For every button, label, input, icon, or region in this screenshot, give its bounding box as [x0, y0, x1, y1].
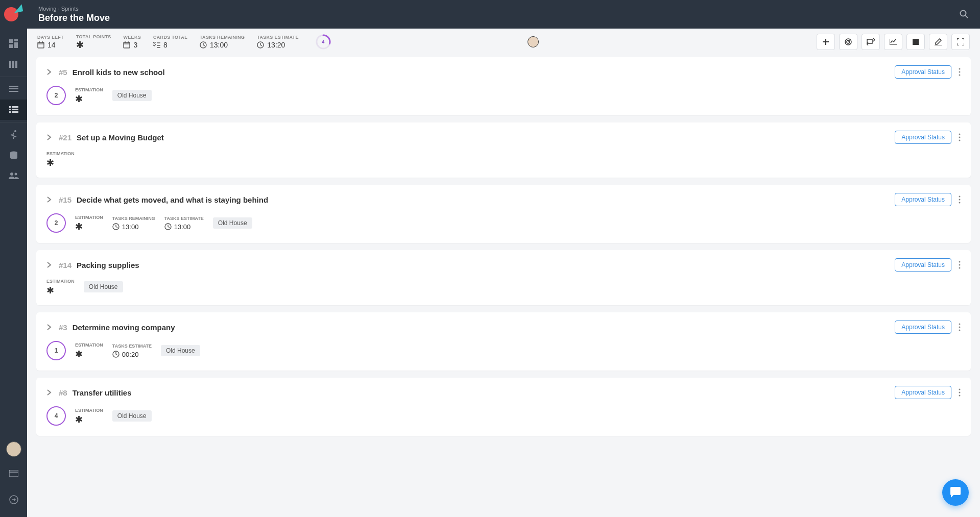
svg-point-61	[959, 392, 961, 393]
user-avatar[interactable]	[6, 441, 21, 457]
list-icon	[9, 106, 18, 113]
nav-team[interactable]	[0, 165, 27, 186]
card-tag[interactable]: Old House	[161, 345, 200, 356]
card-tag[interactable]: Old House	[112, 410, 152, 422]
nav-billing[interactable]	[0, 463, 27, 483]
svg-rect-41	[913, 39, 919, 45]
chat-icon	[949, 487, 962, 498]
expand-toggle[interactable]	[46, 134, 54, 140]
mini-stat-tasks-estimate: TASKS ESTIMATE00:20	[112, 343, 152, 358]
svg-rect-7	[9, 86, 18, 87]
nav-list1[interactable]	[0, 79, 27, 100]
card[interactable]: #15 Decide what gets moved, and what is …	[36, 185, 971, 243]
card[interactable]: #21 Set up a Moving Budget Approval Stat…	[36, 122, 971, 178]
card[interactable]: #3 Determine moving company Approval Sta…	[36, 312, 971, 371]
approval-status-button[interactable]: Approval Status	[895, 131, 951, 144]
svg-rect-2	[14, 42, 18, 48]
mini-stat-estimation: ESTIMATION✱	[75, 408, 103, 424]
mini-stat-estimation: ESTIMATION✱	[75, 342, 103, 359]
svg-rect-21	[9, 472, 18, 473]
svg-point-46	[959, 137, 961, 138]
card[interactable]: #8 Transfer utilities Approval Status 4 …	[36, 378, 971, 436]
card-more-button[interactable]	[959, 261, 961, 269]
nav-data[interactable]	[0, 145, 27, 165]
card-more-button[interactable]	[959, 68, 961, 76]
fullscreen-button[interactable]	[951, 34, 970, 50]
stats-bar: DAYS LEFT 14 TOTAL POINTS ✱ WEEKS 3 CARD…	[27, 29, 980, 55]
svg-point-58	[959, 330, 961, 331]
card-tag[interactable]: Old House	[213, 217, 252, 229]
expand-toggle[interactable]	[46, 196, 54, 203]
approval-status-button[interactable]: Approval Status	[895, 386, 951, 399]
svg-point-55	[959, 267, 961, 269]
card-more-button[interactable]	[959, 133, 961, 141]
loop-button[interactable]	[862, 34, 880, 50]
svg-rect-6	[15, 61, 17, 68]
card-tag[interactable]: Old House	[112, 90, 152, 101]
svg-rect-4	[9, 61, 11, 68]
approval-status-button[interactable]: Approval Status	[895, 193, 951, 206]
nav-board[interactable]	[0, 54, 27, 75]
expand-toggle[interactable]	[46, 262, 54, 268]
svg-rect-15	[12, 111, 18, 113]
asterisk-icon: ✱	[75, 350, 83, 359]
card-tag[interactable]: Old House	[84, 281, 123, 292]
loop-icon	[867, 38, 875, 45]
card-more-button[interactable]	[959, 195, 961, 204]
chart-button[interactable]	[884, 34, 902, 50]
expand-toggle[interactable]	[46, 69, 54, 75]
nav-activity[interactable]	[0, 125, 27, 145]
columns-icon	[9, 60, 18, 69]
svg-rect-14	[9, 111, 11, 113]
card-id: #15	[59, 195, 71, 204]
edit-button[interactable]	[929, 34, 947, 50]
chat-button[interactable]	[942, 479, 969, 506]
nav-dashboard[interactable]	[0, 34, 27, 54]
svg-point-48	[959, 196, 961, 198]
svg-rect-1	[14, 39, 18, 41]
svg-point-57	[959, 327, 961, 328]
database-icon	[10, 151, 18, 159]
clock-icon	[200, 41, 207, 48]
nav-list2[interactable]	[0, 100, 27, 120]
expand-toggle[interactable]	[46, 324, 54, 330]
card-id: #5	[59, 68, 67, 77]
chart-icon	[890, 39, 897, 45]
card-title: Transfer utilities	[73, 388, 132, 397]
card-more-button[interactable]	[959, 323, 961, 331]
approval-status-button[interactable]: Approval Status	[895, 65, 951, 79]
approval-status-button[interactable]: Approval Status	[895, 258, 951, 272]
card[interactable]: #14 Packing supplies Approval Status EST…	[36, 250, 971, 305]
svg-rect-10	[9, 106, 11, 108]
card-title: Packing supplies	[77, 261, 139, 269]
stop-button[interactable]	[906, 34, 925, 50]
add-button[interactable]	[817, 34, 835, 50]
lines-icon	[9, 86, 18, 93]
card-id: #8	[59, 388, 67, 397]
expand-icon	[957, 38, 964, 45]
search-button[interactable]	[960, 10, 969, 19]
expand-toggle[interactable]	[46, 389, 54, 396]
nav-logout[interactable]	[0, 489, 27, 510]
card-more-button[interactable]	[959, 388, 961, 397]
svg-rect-5	[12, 61, 14, 68]
assignee-avatar[interactable]	[528, 36, 539, 47]
calendar-icon	[37, 41, 44, 48]
cards-area[interactable]: #5 Enroll kids to new school Approval St…	[27, 55, 980, 517]
breadcrumb[interactable]: Moving · Sprints	[38, 6, 110, 12]
svg-point-44	[959, 75, 961, 76]
target-button[interactable]	[839, 34, 857, 50]
card[interactable]: #5 Enroll kids to new school Approval St…	[36, 57, 971, 115]
card-title: Set up a Moving Budget	[77, 133, 164, 142]
app-logo[interactable]	[4, 4, 23, 23]
asterisk-icon: ✱	[75, 415, 83, 424]
svg-point-50	[959, 202, 961, 204]
asterisk-icon: ✱	[76, 40, 84, 50]
mini-stat-tasks-remaining: TASKS REMAINING13:00	[112, 216, 155, 231]
svg-point-42	[959, 68, 961, 70]
svg-point-43	[959, 71, 961, 73]
svg-rect-11	[12, 106, 18, 108]
approval-status-button[interactable]: Approval Status	[895, 321, 951, 334]
svg-point-62	[959, 395, 961, 397]
svg-rect-25	[38, 42, 44, 48]
